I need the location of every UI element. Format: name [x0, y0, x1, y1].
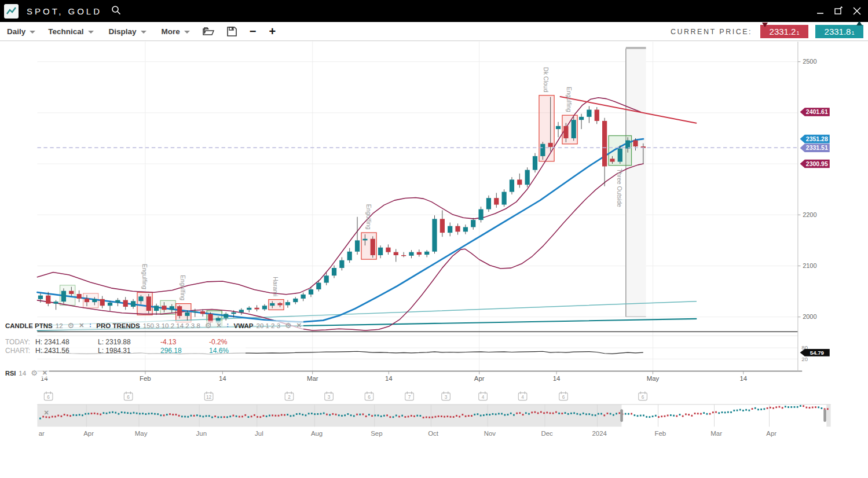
bid-price: 2331.2	[770, 27, 796, 36]
rsi-param: 14	[19, 370, 26, 377]
today-high: H: 2341.48	[35, 338, 98, 346]
today-change: -4.13	[160, 338, 199, 346]
menu-technical-label: Technical	[48, 27, 83, 36]
popout-button[interactable]	[833, 6, 844, 16]
window-controls	[815, 0, 862, 22]
legend-vwap-params: 20 1 2 3	[256, 322, 280, 329]
today-label: TODAY:	[5, 338, 35, 346]
svg-text:12: 12	[206, 395, 212, 400]
svg-text:May: May	[135, 430, 148, 437]
svg-text:14: 14	[385, 375, 393, 382]
calendar-markers[interactable]: 6612236734466	[44, 392, 647, 400]
svg-text:Engulfing: Engulfing	[180, 275, 186, 300]
svg-text:2200: 2200	[803, 211, 816, 218]
minimize-button[interactable]	[815, 6, 825, 16]
chart-stats-row: CHART: H: 2431.56 L: 1984.31 296.18 14.6…	[3, 346, 246, 355]
svg-text:3: 3	[328, 395, 331, 400]
x-axis-labels: 14Feb14Mar14Apr14May14	[41, 371, 748, 381]
svg-text:Dk Cloud: Dk Cloud	[543, 67, 550, 92]
svg-text:Apr: Apr	[766, 430, 777, 437]
menu-display-label: Display	[109, 27, 137, 36]
date-range-navigator[interactable]: ✕	[37, 405, 830, 426]
svg-text:14: 14	[553, 375, 561, 382]
svg-text:Apr: Apr	[474, 375, 485, 382]
menu-more[interactable]: More	[162, 27, 190, 36]
svg-text:Mar: Mar	[710, 430, 722, 437]
chart-low: L: 1984.31	[98, 347, 160, 355]
navigator-close-icon[interactable]: ✕	[43, 409, 49, 416]
symbol-title: SPOT, GOLD	[27, 6, 102, 16]
close-icon[interactable]: ✕	[296, 322, 302, 329]
close-icon[interactable]: ✕	[42, 369, 47, 377]
gear-icon[interactable]: ⚙	[31, 369, 38, 377]
save-icon[interactable]	[227, 27, 237, 36]
toolbar: Daily Technical Display More − + CURRENT…	[0, 22, 868, 41]
highlight-band	[626, 47, 646, 317]
main-chart[interactable]: EngulfingEngulfingHaramiEngulfingDk Clou…	[0, 41, 868, 478]
navigator-handle-left[interactable]	[620, 409, 623, 422]
svg-text:2024: 2024	[592, 430, 607, 437]
chevron-down-icon	[141, 31, 147, 34]
today-change-pct: -0.2%	[209, 338, 244, 346]
today-stats-row: TODAY: H: 2341.48 L: 2319.88 -4.13 -0.2%	[3, 337, 246, 347]
today-low: L: 2319.88	[98, 338, 160, 346]
gear-icon[interactable]: ⚙	[205, 321, 212, 330]
legend-separator: ∶	[89, 322, 91, 329]
chart-range-pct: 14.6%	[209, 347, 244, 355]
current-price-zone: CURRENT PRICE: 2331.21 2331.81	[671, 22, 863, 41]
svg-text:2401.61: 2401.61	[806, 108, 828, 115]
svg-text:54.79: 54.79	[810, 350, 824, 356]
svg-text:Dec: Dec	[541, 430, 553, 437]
svg-text:6: 6	[127, 395, 130, 400]
close-button[interactable]	[852, 6, 862, 16]
open-folder-icon[interactable]	[203, 27, 214, 36]
svg-text:Engulfing: Engulfing	[365, 204, 372, 230]
svg-text:Engulfing: Engulfing	[566, 87, 573, 112]
svg-text:2331.51: 2331.51	[806, 144, 828, 151]
svg-text:2: 2	[288, 395, 291, 400]
chevron-down-icon	[88, 31, 94, 34]
svg-text:Jul: Jul	[255, 430, 263, 437]
arrow-up-icon	[856, 21, 862, 25]
zoom-in-button[interactable]: +	[269, 25, 276, 37]
ask-price-button[interactable]: 2331.81	[815, 25, 863, 38]
legend-candle-params: 12	[56, 322, 63, 329]
close-icon[interactable]: ✕	[79, 322, 84, 329]
gear-icon[interactable]: ⚙	[285, 321, 292, 330]
svg-text:4: 4	[482, 395, 485, 400]
svg-text:Aug: Aug	[311, 430, 323, 437]
title-bar: SPOT, GOLD	[0, 0, 868, 22]
menu-more-label: More	[162, 27, 180, 36]
menu-daily[interactable]: Daily	[7, 27, 35, 36]
gear-icon[interactable]: ⚙	[68, 321, 75, 330]
chevron-down-icon	[184, 31, 190, 34]
y-axis-labels: 25002200210020008020	[798, 58, 817, 362]
menu-technical[interactable]: Technical	[48, 27, 93, 36]
bid-price-button[interactable]: 2331.21	[760, 25, 808, 38]
svg-text:May: May	[647, 375, 660, 382]
svg-text:Jun: Jun	[196, 430, 207, 437]
rsi-name: RSI	[5, 370, 16, 377]
menu-daily-label: Daily	[7, 27, 25, 36]
current-price-label: CURRENT PRICE:	[671, 28, 752, 36]
svg-text:Mar: Mar	[307, 375, 318, 382]
chart-range: 296.18	[160, 347, 199, 355]
slow-ma-line	[37, 139, 643, 322]
close-icon[interactable]: ✕	[217, 322, 222, 329]
band-lower-line	[37, 164, 643, 330]
svg-text:3: 3	[445, 395, 448, 400]
svg-text:Feb: Feb	[654, 430, 666, 437]
app-logo-icon	[4, 4, 19, 19]
chevron-down-icon	[30, 31, 35, 34]
svg-text:Harami: Harami	[272, 277, 279, 296]
svg-text:Three Outside: Three Outside	[616, 168, 623, 207]
ask-price-pip: 1	[851, 30, 854, 36]
menu-display[interactable]: Display	[109, 27, 147, 36]
navigator-handle-right[interactable]	[823, 409, 826, 422]
rsi-legend: RSI 14 ⚙ ✕	[3, 368, 49, 378]
search-icon[interactable]	[111, 5, 121, 17]
svg-text:2351.28: 2351.28	[806, 135, 828, 142]
svg-text:ar: ar	[39, 430, 45, 437]
zoom-out-button[interactable]: −	[250, 25, 257, 37]
svg-text:7: 7	[408, 395, 411, 400]
